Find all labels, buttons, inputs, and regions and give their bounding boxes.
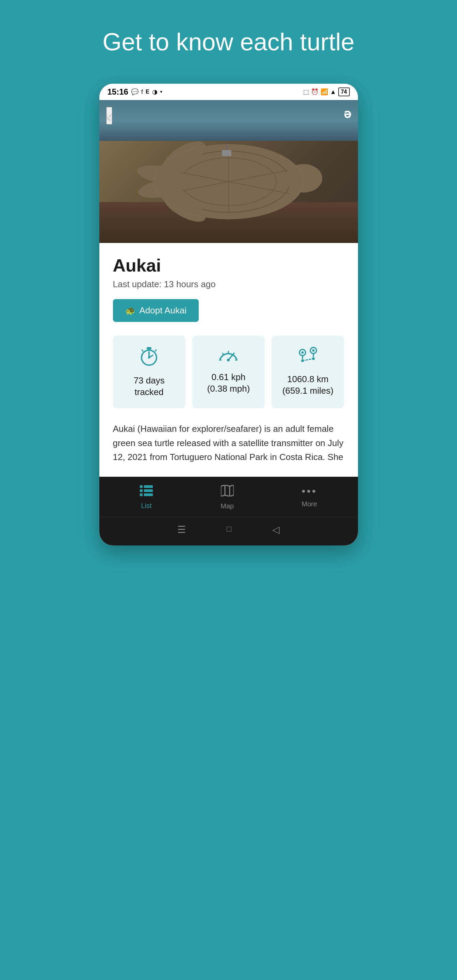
distance-icon [296,346,320,368]
content-area: Aukai Last update: 13 hours ago 🐢 Adopt … [99,243,358,476]
status-right: ⬚ ⏰ 📶 ▲ 74 [303,88,350,96]
svg-point-36 [301,360,304,362]
svg-point-30 [301,352,304,354]
android-nav: ☰ □ ◁ [99,517,358,546]
svg-rect-11 [222,150,231,156]
svg-point-6 [285,164,322,192]
svg-point-33 [312,350,314,352]
battery-icon: 74 [338,88,350,96]
svg-line-19 [142,350,143,351]
svg-rect-38 [140,485,143,488]
page-header: Get to know each turtle [68,0,388,77]
turtle-illustration [130,126,327,228]
svg-rect-39 [144,485,153,488]
turtle-adopt-icon: 🐢 [125,306,135,315]
back-button[interactable]: ‹ [106,107,112,124]
svg-rect-17 [146,347,151,350]
nav-more[interactable]: ••• More [301,485,317,510]
stat-card-days: 73 days tracked [113,336,185,408]
status-left: 15:16 💬 f E ◑ • [108,87,162,97]
svg-line-20 [155,350,156,351]
svg-line-35 [303,359,314,361]
e-icon: E [146,89,150,95]
phone-mockup: 15:16 💬 f E ◑ • ⬚ ⏰ 📶 ▲ 74 [99,84,358,545]
signal-icon: ▲ [330,89,336,95]
stats-row: 73 days tracked 0.61 kph ( [113,336,344,408]
svg-rect-43 [144,493,153,496]
back-nav-button[interactable]: ◁ [272,524,280,535]
adopt-button[interactable]: 🐢 Adopt Aukai [113,299,199,322]
map-icon [221,485,234,500]
nav-map-label: Map [220,502,234,510]
adopt-button-label: Adopt Aukai [140,305,187,316]
messenger-icon: 💬 [131,88,139,95]
speed-value: 0.61 kph (0.38 mph) [207,372,250,395]
circle-icon: ◑ [152,88,158,95]
turtle-name: Aukai [113,255,344,275]
app-logo: ə [344,107,351,121]
status-bar: 15:16 💬 f E ◑ • ⬚ ⏰ 📶 ▲ 74 [99,84,358,100]
speedometer-icon [218,346,239,366]
svg-rect-41 [144,489,153,492]
turtle-image: ‹ ə [99,100,358,243]
facebook-icon: f [141,89,143,95]
days-tracked-value: 73 days tracked [134,375,165,398]
dot-icon: • [160,89,162,95]
svg-point-21 [148,356,150,359]
alarm-icon: ⏰ [311,88,318,95]
menu-button[interactable]: ☰ [177,524,186,535]
distance-value: 1060.8 km (659.1 miles) [279,374,337,397]
nav-list-label: List [141,502,152,510]
svg-point-37 [312,357,315,360]
svg-line-27 [223,353,224,354]
svg-line-28 [233,353,234,354]
dual-sim-icon: ⬚ [303,88,309,95]
more-icon: ••• [301,485,317,498]
turtle-description: Aukai (Hawaiian for explorer/seafarer) i… [113,422,344,465]
home-button[interactable]: □ [227,524,232,535]
stat-card-distance: 1060.8 km (659.1 miles) [272,336,344,408]
status-time: 15:16 [108,87,128,97]
nav-map[interactable]: Map [220,485,234,510]
svg-rect-40 [140,489,143,492]
svg-rect-42 [140,493,143,496]
stat-card-speed: 0.61 kph (0.38 mph) [192,336,265,408]
last-update-text: Last update: 13 hours ago [113,279,344,290]
list-icon [140,485,153,499]
stopwatch-icon [139,346,159,369]
bottom-nav: List Map ••• More [99,477,358,517]
wifi-icon: 📶 [320,88,328,95]
nav-more-label: More [301,500,317,508]
svg-marker-44 [221,485,234,496]
svg-point-23 [227,359,230,361]
nav-list[interactable]: List [140,485,153,510]
